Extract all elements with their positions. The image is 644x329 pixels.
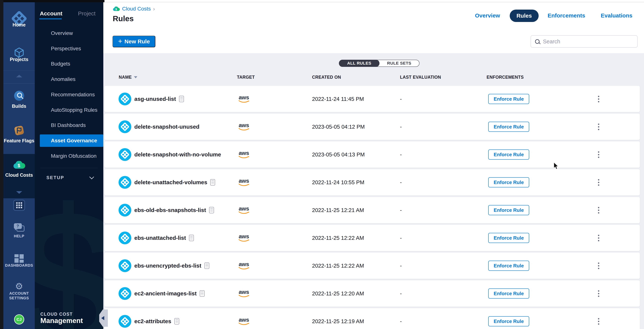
enforce-rule-button[interactable]: Enforce Rule: [488, 233, 529, 243]
sidebar-item-dashboards-label: DASHBOARDS: [4, 263, 35, 268]
enforce-rule-button[interactable]: Enforce Rule: [488, 289, 529, 299]
aws-target-icon: aws: [237, 197, 250, 223]
chevron-up-icon: [16, 75, 22, 77]
ccm-nav-item-recommendations[interactable]: Recommendations: [40, 88, 103, 101]
sidebar-item-builds[interactable]: [4, 90, 35, 102]
sidebar-divider: [4, 83, 35, 84]
ccm-nav-item-budgets[interactable]: Budgets: [40, 58, 103, 70]
copy-icon[interactable]: [179, 96, 184, 102]
row-menu-kebab-icon[interactable]: [596, 114, 601, 140]
copy-icon[interactable]: [200, 290, 204, 297]
sidebar-item-feature-flags[interactable]: [4, 124, 35, 136]
rule-row[interactable]: ec2-ancient-images-listaws2022-11-25 12:…: [104, 280, 640, 307]
plus-icon: +: [118, 37, 122, 45]
sidebar-item-cloud-costs[interactable]: $: [4, 161, 35, 169]
aws-target-icon: aws: [237, 308, 250, 329]
row-menu-kebab-icon[interactable]: [596, 280, 601, 307]
user-avatar[interactable]: CJ: [4, 314, 35, 325]
row-menu-kebab-icon[interactable]: [596, 225, 601, 251]
tab-account[interactable]: Account: [40, 10, 62, 17]
cloud-costs-icon: $: [113, 6, 120, 11]
created-on-cell: 2022-11-24 10:55 PM: [312, 169, 364, 196]
enforce-rule-button[interactable]: Enforce Rule: [488, 94, 529, 104]
last-evaluation-cell: -: [400, 86, 402, 112]
enforce-rule-button[interactable]: Enforce Rule: [488, 261, 529, 271]
column-header-last-evaluation[interactable]: LAST EVALUATION: [400, 75, 441, 80]
copy-icon[interactable]: [204, 263, 209, 269]
breadcrumb: $ Cloud Costs ›: [113, 6, 155, 12]
avatar-initials: CJ: [16, 317, 22, 322]
new-rule-label: New Rule: [124, 38, 150, 45]
window-top-edge: [0, 0, 104, 2]
rule-row[interactable]: ebs-old-ebs-snapshots-listaws2022-11-25 …: [104, 197, 640, 223]
dollar-watermark: $: [35, 179, 103, 329]
rule-name: delete-snapshot-unused: [134, 114, 200, 140]
ccm-nav-item-autostopping-rules[interactable]: AutoStopping Rules: [40, 104, 103, 116]
enforce-rule-button[interactable]: Enforce Rule: [488, 122, 529, 132]
enforce-rule-button[interactable]: Enforce Rule: [488, 316, 529, 326]
rule-row[interactable]: delete-snapshot-with-no-volumeaws2023-05…: [104, 141, 640, 168]
enforce-rule-button[interactable]: Enforce Rule: [488, 205, 529, 215]
enforce-rule-button[interactable]: Enforce Rule: [488, 177, 529, 187]
copy-icon[interactable]: [210, 179, 215, 186]
builds-icon: [13, 90, 25, 102]
ccm-nav-item-anomalies[interactable]: Anomalies: [40, 73, 103, 85]
breadcrumb-cloud-costs-link[interactable]: Cloud Costs: [122, 6, 151, 12]
column-header-enforcements[interactable]: ENFORCEMENTS: [486, 75, 524, 80]
tab-project[interactable]: Project: [78, 10, 96, 17]
created-on-cell: 2022-11-25 12:22 AM: [312, 225, 364, 251]
row-menu-kebab-icon[interactable]: [596, 197, 601, 223]
toggle-rule-sets[interactable]: RULE SETS: [379, 60, 419, 66]
header-tab-rules[interactable]: Rules: [510, 9, 538, 22]
row-menu-kebab-icon[interactable]: [596, 308, 601, 329]
copy-icon[interactable]: [174, 318, 179, 325]
breadcrumb-separator: ›: [153, 6, 155, 12]
header-tab-evaluations[interactable]: Evaluations: [601, 12, 632, 19]
enforce-rule-button[interactable]: Enforce Rule: [488, 149, 529, 160]
aws-target-icon: aws: [237, 86, 250, 112]
row-menu-kebab-icon[interactable]: [596, 253, 601, 279]
dashboards-icon: [14, 254, 24, 263]
column-header-name[interactable]: NAME: [119, 75, 137, 80]
new-rule-button[interactable]: + New Rule: [112, 36, 155, 47]
header-tab-enforcements[interactable]: Enforcements: [548, 12, 585, 19]
sidebar-item-account-settings[interactable]: ⚙: [4, 282, 35, 291]
copy-icon[interactable]: [209, 207, 214, 213]
column-header-created-on[interactable]: CREATED ON: [312, 75, 341, 80]
ccm-nav-item-perspectives[interactable]: Perspectives: [40, 42, 103, 55]
ccm-nav-item-asset-governance[interactable]: Asset Governance: [40, 134, 103, 147]
ccm-nav-item-overview[interactable]: Overview: [40, 27, 103, 39]
rule-icon: [118, 232, 131, 244]
rule-row[interactable]: asg-unused-listaws2022-11-24 11:45 PM-En…: [104, 86, 640, 112]
sidebar-item-dashboards[interactable]: [4, 254, 35, 263]
search-input[interactable]: [542, 38, 637, 45]
last-evaluation-cell: -: [400, 280, 402, 307]
nav-scroll-up[interactable]: [4, 75, 35, 77]
row-menu-kebab-icon[interactable]: [596, 141, 601, 168]
nav-scroll-down[interactable]: [4, 191, 35, 194]
rule-row[interactable]: delete-snapshot-unusedaws2023-05-05 04:1…: [104, 114, 640, 140]
ccm-nav-item-bi-dashboards[interactable]: BI Dashboards: [40, 119, 103, 131]
aws-target-icon: aws: [237, 280, 250, 307]
page-header: $ Cloud Costs › Rules OverviewRulesEnfor…: [103, 0, 644, 53]
sidebar-item-help[interactable]: ?: [4, 223, 35, 232]
rule-row[interactable]: ec2-attributesaws2022-11-25 12:19 AM-Enf…: [104, 308, 640, 329]
column-header-target[interactable]: TARGET: [237, 75, 255, 80]
copy-icon[interactable]: [189, 235, 194, 241]
rule-row[interactable]: ebs-unattached-listaws2022-11-25 12:22 A…: [104, 225, 640, 251]
module-sidebar: CJ HomeProjectsBuildsFeature Flags$Cloud…: [4, 0, 35, 329]
rule-row[interactable]: delete-unattached-volumesaws2022-11-24 1…: [104, 169, 640, 196]
sidebar-item-all-modules[interactable]: [4, 200, 35, 211]
header-tab-overview[interactable]: Overview: [475, 12, 500, 19]
window-left-edge: [0, 0, 4, 329]
rule-icon: [118, 287, 131, 300]
rule-icon: [118, 93, 131, 105]
created-on-cell: 2022-11-25 12:20 AM: [312, 280, 364, 307]
setup-section-toggle[interactable]: SETUP: [46, 175, 93, 180]
row-menu-kebab-icon[interactable]: [596, 86, 601, 112]
row-menu-kebab-icon[interactable]: [596, 169, 601, 196]
feature-flags-icon: [13, 124, 25, 136]
ccm-nav-item-margin-obfuscation[interactable]: Margin Obfuscation: [40, 150, 103, 162]
rule-row[interactable]: ebs-unencrypted-ebs-listaws2022-11-25 12…: [104, 253, 640, 279]
toggle-all-rules[interactable]: ALL RULES: [339, 60, 380, 67]
